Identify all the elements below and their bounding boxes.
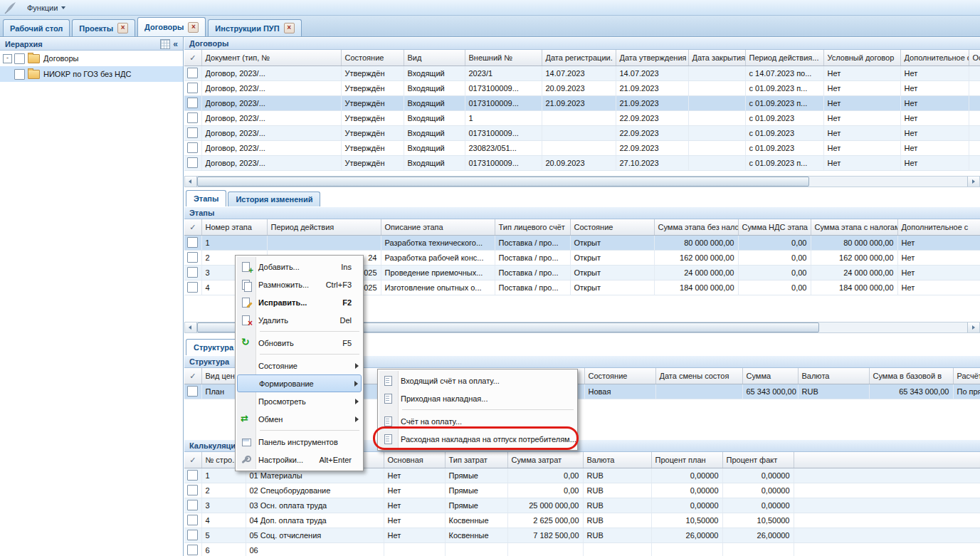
column-header[interactable]: ✓ — [184, 50, 201, 66]
column-header[interactable]: Условный договор — [823, 50, 900, 66]
column-header[interactable]: Вид — [404, 50, 465, 66]
tab-stages[interactable]: Этапы — [186, 190, 226, 206]
row-checkbox[interactable] — [187, 282, 198, 293]
row-checkbox[interactable] — [187, 237, 198, 248]
menu-item-toolbar[interactable]: Панель инструментов — [237, 433, 362, 451]
column-header[interactable]: Дополнительное с — [900, 50, 969, 66]
column-header[interactable]: Основная — [384, 452, 445, 468]
menu-item-settings[interactable]: Настройки...Alt+Enter — [237, 451, 362, 468]
row-checkbox[interactable] — [187, 68, 198, 78]
menu-item-consumer-issue-note[interactable]: Расходная накладная на отпуск потребител… — [379, 430, 576, 448]
row-checkbox[interactable] — [187, 157, 198, 168]
menu-item-delete[interactable]: УдалитьDel — [237, 311, 362, 329]
row-checkbox[interactable] — [187, 252, 198, 263]
row-checkbox[interactable] — [187, 500, 198, 510]
column-header[interactable]: Сумма НДС этапа — [738, 219, 811, 236]
tab-pup-instructions[interactable]: Инструкции ПУП× — [208, 19, 301, 36]
scrollbar-track[interactable] — [809, 177, 967, 187]
column-header[interactable]: Дата смены состоя — [655, 368, 742, 384]
close-tab-icon[interactable]: × — [117, 23, 128, 33]
close-tab-icon[interactable]: × — [284, 23, 295, 33]
scroll-right-icon[interactable] — [967, 177, 979, 187]
table-row[interactable]: Договор, 2023/...УтверждёнВходящий017310… — [184, 96, 980, 111]
row-checkbox[interactable] — [187, 515, 198, 525]
scroll-left-icon[interactable] — [185, 177, 197, 187]
column-header[interactable]: Сумма этапа с налогами — [811, 219, 897, 236]
column-header[interactable]: Сумма затрат — [507, 452, 583, 468]
menu-item-incoming-payment-invoice[interactable]: Входящий счёт на оплату... — [379, 372, 576, 389]
column-header[interactable]: Сумма в базовой в — [869, 368, 953, 384]
column-header[interactable]: Сумма — [742, 368, 798, 384]
menu-item-state[interactable]: Состояние — [237, 357, 362, 374]
scrollbar-thumb[interactable] — [197, 177, 809, 187]
column-header[interactable]: Документ (тип, № — [201, 50, 341, 66]
column-header[interactable]: Валюта — [798, 368, 869, 384]
column-header[interactable]: Процент факт — [722, 452, 794, 468]
contracts-horizontal-scrollbar[interactable] — [184, 176, 980, 187]
column-header[interactable]: ✓ — [184, 219, 201, 236]
menu-item-payment-invoice[interactable]: Счёт на оплату... — [379, 412, 576, 430]
scroll-left-icon[interactable] — [185, 322, 197, 332]
column-header[interactable]: Дата регистрации. — [542, 50, 616, 66]
row-checkbox[interactable] — [187, 545, 198, 555]
column-header[interactable]: Дата утверждения — [616, 50, 688, 66]
tree-item[interactable]: -Договоры — [0, 51, 183, 66]
menu-functions[interactable]: Функции — [21, 1, 82, 14]
row-checkbox[interactable] — [187, 470, 198, 481]
column-header[interactable]: Дата закрытия — [688, 50, 745, 66]
row-checkbox[interactable] — [187, 530, 198, 540]
table-row[interactable]: 606 — [184, 543, 980, 556]
table-row[interactable]: 303 Осн. оплата трудаНетПрямые25 000 000… — [184, 498, 980, 513]
column-header[interactable]: Валюта — [583, 452, 651, 468]
column-header[interactable]: Дополнительное с — [897, 219, 980, 236]
table-row[interactable]: 1Разработка технического...Поставка / пр… — [184, 236, 980, 251]
row-checkbox[interactable] — [187, 386, 198, 397]
row-checkbox[interactable] — [187, 267, 198, 278]
column-header[interactable]: Сумма этапа без налогов — [654, 219, 738, 236]
menu-item-edit[interactable]: Исправить...F2 — [237, 293, 362, 311]
scroll-right-icon[interactable] — [967, 322, 979, 332]
close-tab-icon[interactable]: × — [188, 22, 199, 33]
table-row[interactable]: Договор, 2023/...УтверждёнВходящий122.09… — [184, 111, 980, 126]
menu-item-receipt-note[interactable]: Приходная накладная... — [379, 389, 576, 407]
tree-checkbox[interactable] — [14, 69, 25, 80]
column-header[interactable]: Тип лицевого счёт — [495, 219, 570, 236]
menu-item-generation[interactable]: Формирование — [237, 374, 362, 392]
table-row[interactable]: Договор, 2023/...УтверждёнВходящий017310… — [184, 156, 980, 171]
table-row[interactable]: Договор, 2023/...УтверждёнВходящий2023/1… — [184, 66, 980, 81]
table-row[interactable]: Договор, 2023/...УтверждёнВходящий017310… — [184, 126, 980, 141]
column-header[interactable]: Процент план — [651, 452, 722, 468]
column-header[interactable]: Основной договор — [969, 50, 980, 66]
collapse-panel-icon[interactable]: « — [173, 40, 178, 48]
menu-item-refresh[interactable]: ОбновитьF5 — [237, 334, 362, 352]
column-header[interactable]: Период действия... — [745, 50, 823, 66]
table-row[interactable]: 202 СпецоборудованиеНетПрямые0,00RUB0,00… — [184, 483, 980, 498]
column-header[interactable]: Состояние — [341, 50, 404, 66]
row-checkbox[interactable] — [187, 142, 198, 153]
table-row[interactable]: Договор, 2023/...УтверждёнВходящий017310… — [184, 81, 980, 96]
row-checkbox[interactable] — [187, 98, 198, 108]
column-header[interactable]: Описание этапа — [381, 219, 495, 236]
column-header[interactable]: Состояние — [570, 219, 654, 236]
menu-item-exchange[interactable]: Обмен — [237, 410, 362, 428]
tree-item[interactable]: НИОКР по ГОЗ без НДС — [0, 66, 183, 82]
row-checkbox[interactable] — [187, 112, 198, 123]
column-header[interactable]: ✓ — [184, 452, 201, 468]
row-checkbox[interactable] — [187, 485, 198, 495]
row-checkbox[interactable] — [187, 127, 198, 138]
row-checkbox[interactable] — [187, 83, 198, 93]
column-header[interactable]: Номер этапа — [201, 219, 267, 236]
table-row[interactable]: Договор, 2023/...УтверждёнВходящий230823… — [184, 141, 980, 156]
tab-desktop[interactable]: Рабочий стол — [3, 19, 70, 36]
menu-item-view[interactable]: Просмотреть — [237, 392, 362, 410]
column-header[interactable] — [794, 452, 980, 468]
tab-contracts[interactable]: Договоры× — [137, 17, 206, 36]
menu-item-clone[interactable]: Размножить...Ctrl+F3 — [237, 276, 362, 293]
column-header[interactable]: Состояние — [584, 368, 655, 384]
tab-change-history[interactable]: История изменений — [228, 192, 320, 206]
tree-checkbox[interactable] — [14, 53, 25, 64]
table-row[interactable]: 404 Доп. оплата трудаНетКосвенные2 625 0… — [184, 513, 980, 528]
column-header[interactable]: Внешний № — [465, 50, 542, 66]
tab-structure[interactable]: Структура — [186, 339, 241, 355]
tab-projects[interactable]: Проекты× — [72, 19, 135, 36]
